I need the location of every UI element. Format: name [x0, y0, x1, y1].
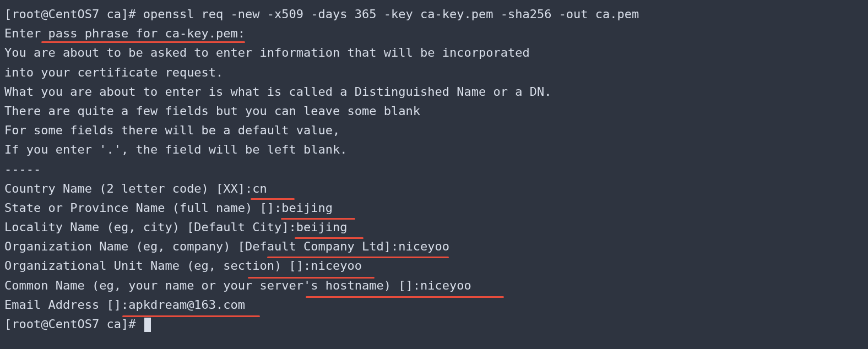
terminal-line-info: You are about to be asked to enter infor…	[4, 43, 864, 62]
terminal-line-org: Organization Name (eg, company) [Default…	[4, 237, 864, 256]
terminal-line-info: If you enter '.', the field will be left…	[4, 140, 864, 159]
terminal-line-cn: Common Name (eg, your name or your serve…	[4, 276, 864, 295]
terminal-line-info: For some fields there will be a default …	[4, 121, 864, 140]
cursor-icon	[144, 318, 151, 332]
annotation-underline	[122, 315, 260, 317]
terminal-line-info: into your certificate request.	[4, 63, 864, 82]
terminal-line-email: Email Address []:apkdream@163.com	[4, 295, 864, 314]
terminal-line-separator: -----	[4, 160, 864, 179]
annotation-underline	[295, 237, 364, 239]
terminal-line-locality: Locality Name (eg, city) [Default City]:…	[4, 217, 864, 237]
terminal-line-country: Country Name (2 letter code) [XX]:cn	[4, 179, 864, 198]
annotation-underline	[306, 296, 504, 298]
terminal-line-info: There are quite a few fields but you can…	[4, 101, 864, 121]
annotation-underline	[248, 277, 375, 279]
terminal-line-state: State or Province Name (full name) []:be…	[4, 198, 864, 217]
terminal-line-prompt[interactable]: [root@CentOS7 ca]#	[4, 314, 864, 334]
annotation-underline	[251, 198, 295, 200]
annotation-underline	[267, 257, 449, 258]
terminal-line-info: What you are about to enter is what is c…	[4, 82, 864, 101]
terminal-line-passphrase: Enter pass phrase for ca-key.pem:	[4, 24, 864, 43]
annotation-underline	[281, 218, 355, 220]
annotation-underline	[41, 41, 245, 43]
terminal-line-orgunit: Organizational Unit Name (eg, section) […	[4, 256, 864, 275]
prompt-text: [root@CentOS7 ca]#	[4, 317, 143, 331]
terminal-line-command: [root@CentOS7 ca]# openssl req -new -x50…	[4, 4, 864, 24]
